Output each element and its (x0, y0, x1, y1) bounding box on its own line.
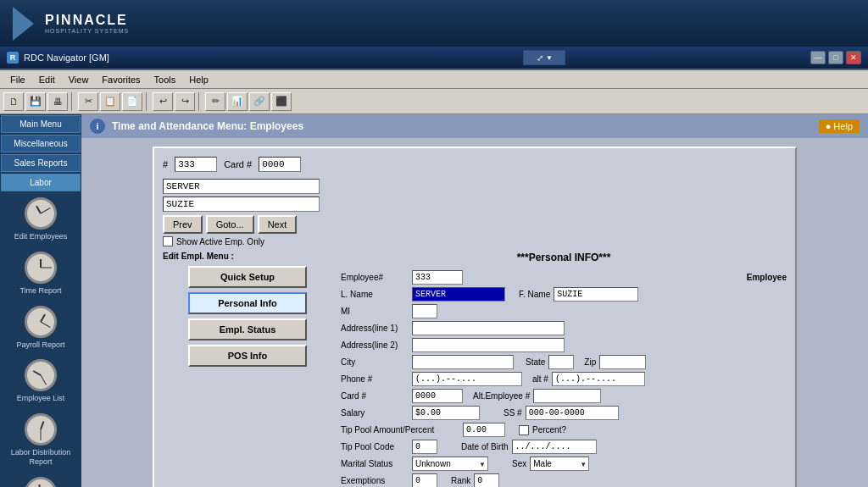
toolbar-chart[interactable]: 📊 (227, 92, 248, 111)
employee-name-input[interactable] (163, 196, 320, 212)
toolbar-paste[interactable]: 📄 (122, 92, 142, 111)
phone-input[interactable] (412, 372, 522, 386)
card-label: Card # (224, 159, 252, 169)
card-field-input[interactable] (412, 389, 463, 403)
sidebar-item-payroll-report[interactable]: Payroll Report (3, 301, 79, 355)
marital-select-wrapper: Unknown Single Married Divorced Widowed (412, 457, 488, 471)
mi-row: MI (341, 304, 787, 318)
toolbar-link[interactable]: 🔗 (249, 92, 270, 111)
minimize-button[interactable]: — (810, 51, 826, 64)
salary-input[interactable] (412, 406, 480, 420)
sidebar-item-time-report[interactable]: Time Report (3, 246, 79, 301)
sidebar-item-labor-dist[interactable]: Labor Distribution Report (3, 408, 79, 472)
menu-edit[interactable]: Edit (32, 73, 62, 86)
show-active-checkbox[interactable] (163, 236, 173, 246)
close-button[interactable]: ✕ (846, 51, 861, 64)
toolbar-save[interactable]: 💾 (25, 92, 46, 111)
sidebar-item-additional-labor[interactable]: Additional Labor (3, 472, 79, 487)
sidebar-item-employee-list[interactable]: Employee List (3, 354, 79, 408)
menu-favorites[interactable]: Favorites (95, 73, 147, 86)
prev-button[interactable]: Prev (163, 215, 203, 234)
empl-status-button[interactable]: Empl. Status (188, 318, 307, 340)
toolbar-new[interactable]: 🗋 (3, 92, 24, 111)
alt-phone-input[interactable] (552, 372, 645, 386)
exemptions-input[interactable] (412, 473, 437, 487)
city-input[interactable] (412, 355, 514, 369)
toolbar-redo[interactable]: ↪ (175, 92, 195, 111)
toolbar-sep-3 (198, 92, 202, 111)
right-column: ***Personal INFO*** Employee# Employee L… (341, 252, 787, 487)
number-label: # (163, 159, 168, 169)
phone-label: Phone # (341, 374, 409, 384)
toolbar-undo[interactable]: ↩ (153, 92, 173, 111)
fname-input[interactable] (554, 287, 638, 302)
maximize-button[interactable]: □ (828, 51, 843, 64)
show-active-row: Show Active Emp. Only (163, 236, 787, 246)
title-bar-left: R RDC Navigator [GM] (7, 52, 109, 64)
tip-pool-input[interactable] (463, 423, 505, 437)
toolbar-print[interactable]: 🖶 (47, 92, 68, 111)
zip-input[interactable] (599, 355, 646, 369)
menu-view[interactable]: View (62, 73, 96, 86)
left-column: Edit Empl. Menu : Quick Setup Personal I… (163, 252, 332, 487)
sidebar-miscellaneous[interactable]: Miscellaneous (1, 135, 81, 152)
toolbar-block[interactable]: ⬛ (271, 92, 292, 111)
menu-help[interactable]: Help (182, 73, 215, 86)
clock-icon-6 (25, 477, 57, 487)
card-input[interactable] (259, 157, 301, 172)
alt-phone-label: alt # (532, 374, 548, 384)
menu-tools[interactable]: Tools (147, 73, 183, 86)
marital-select[interactable]: Unknown Single Married Divorced Widowed (412, 457, 488, 471)
server-name-input[interactable] (163, 179, 320, 194)
goto-button[interactable]: Goto... (206, 215, 254, 234)
menu-file[interactable]: File (3, 73, 32, 86)
two-column-layout: Edit Empl. Menu : Quick Setup Personal I… (163, 252, 787, 487)
addr1-input[interactable] (412, 321, 565, 335)
percent-checkbox[interactable] (519, 425, 529, 435)
dob-input[interactable] (512, 440, 597, 454)
number-input[interactable] (175, 157, 217, 172)
sidebar-sales-reports[interactable]: Sales Reports (1, 154, 81, 172)
toolbar-pen[interactable]: ✏ (205, 92, 225, 111)
percent-label: Percent? (532, 425, 566, 434)
tip-code-input[interactable] (412, 440, 437, 454)
alt-emp-label: Alt.Employee # (473, 391, 530, 401)
sidebar-labor[interactable]: Labor (1, 174, 81, 191)
top-row: # Card # (163, 157, 787, 172)
pos-info-button[interactable]: POS Info (188, 345, 307, 367)
ss-input[interactable] (526, 406, 619, 420)
toolbar-sep-1 (71, 92, 75, 111)
toolbar-cut[interactable]: ✂ (78, 92, 98, 111)
toolbar: 🗋 💾 🖶 ✂ 📋 📄 ↩ ↪ ✏ 📊 🔗 ⬛ (0, 89, 868, 114)
addr2-input[interactable] (412, 338, 565, 352)
expand-icon[interactable]: ⤢ ▼ (523, 50, 565, 65)
clock-icon-5 (25, 413, 57, 445)
zip-label: Zip (584, 357, 596, 367)
personal-info-button[interactable]: Personal Info (188, 292, 307, 314)
rank-input[interactable] (474, 473, 499, 487)
card-field-label: Card # (341, 391, 409, 401)
next-button[interactable]: Next (258, 215, 298, 234)
city-row: City State Zip (341, 355, 787, 369)
sidebar-label-labor-dist: Labor Distribution Report (11, 448, 71, 467)
logo-sub: HOSPITALITY SYSTEMS (45, 28, 129, 34)
sidebar-main-menu[interactable]: Main Menu (1, 115, 81, 133)
clock-icon-3 (25, 306, 57, 338)
mi-input[interactable] (412, 304, 437, 318)
sidebar-item-edit-employees[interactable]: Edit Employees (3, 192, 79, 246)
clock-icon-2 (25, 252, 57, 284)
quick-setup-button[interactable]: Quick Setup (188, 266, 307, 288)
state-input[interactable] (548, 355, 574, 369)
employee-num-label: Employee# (341, 273, 409, 282)
clock-icon-4 (25, 359, 57, 391)
city-label: City (341, 357, 409, 367)
alt-emp-input[interactable] (533, 389, 601, 403)
employee-num-input[interactable] (412, 270, 463, 285)
sidebar-label-employee-list: Employee List (17, 394, 65, 403)
toolbar-copy[interactable]: 📋 (100, 92, 120, 111)
help-button[interactable]: ● Help (819, 119, 860, 133)
sex-select[interactable]: Male Female (530, 457, 589, 471)
sex-select-wrapper: Male Female (530, 457, 589, 471)
nav-row: Prev Goto... Next (163, 215, 787, 234)
lname-input[interactable] (412, 287, 505, 302)
